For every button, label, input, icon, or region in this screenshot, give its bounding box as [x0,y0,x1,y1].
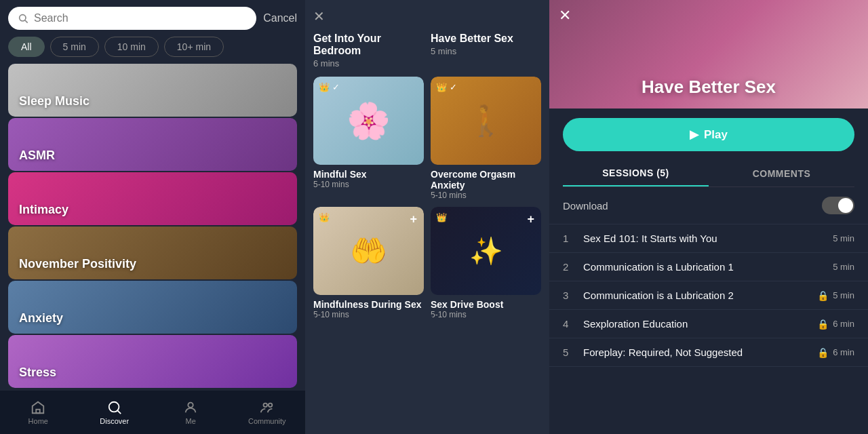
crown-icon: 👑 [319,212,330,222]
me-icon [183,400,198,415]
session-duration: 5 min [833,262,854,272]
download-label: Download [563,200,608,212]
session-card-info: Overcome Orgasm Anxiety 5-10 mins [431,165,541,200]
session-info: Sex Ed 101: It Starts with You [583,233,825,244]
plus-icon: + [410,212,417,226]
session-number: 3 [563,290,575,301]
lock-icon: 🔒 [817,319,829,330]
thumb-icons: 👑 [436,212,447,222]
category-item-asmr[interactable]: ASMR [8,118,297,171]
nav-item-me[interactable]: Me [153,400,229,425]
session-card-info: Sex Drive Boost 5-10 mins [431,295,541,319]
category-item-intimacy[interactable]: Intimacy [8,172,297,225]
session-card-info: Mindfulness During Sex 5-10 mins [313,295,424,319]
session-list: 1 Sex Ed 101: It Starts with You 5 min 2… [549,224,868,367]
play-icon: ▶ [690,127,698,142]
category-label: Stress [19,366,56,380]
nav-item-home[interactable]: Home [0,400,77,425]
session-number: 5 [563,347,575,358]
sessions-grid: 🌸 👑 ✓ Mindful Sex 5-10 mins 🚶 👑 ✓ [313,77,541,319]
bottom-nav: Home Discover Me Community [0,391,305,434]
nav-community-label: Community [248,417,286,425]
svg-point-6 [263,403,267,407]
category-item-sleep[interactable]: Sleep Music [8,64,297,117]
session-info: Communication is a Lubrication 2 [583,290,809,301]
middle-close-button[interactable]: ✕ [313,8,325,24]
session-card-duration: 5-10 mins [431,310,541,319]
session-row[interactable]: 5 Foreplay: Required, Not Suggested 🔒 6 … [549,338,868,367]
session-title: Communication is a Lubrication 2 [583,290,809,301]
session-number: 4 [563,318,575,330]
middle-panel: ✕ Get Into Your Bedroom 6 mins Have Bett… [305,0,549,434]
session-card-duration: 5-10 mins [313,180,424,189]
search-input[interactable] [34,12,247,24]
nav-item-discover[interactable]: Discover [77,400,153,425]
thumb-icons: 👑 ✓ [436,82,457,92]
crown-icon: 👑 [436,82,447,92]
cancel-button[interactable]: Cancel [263,12,297,24]
session-info: Sexploration Education [583,318,809,330]
svg-line-1 [25,20,28,23]
download-row: Download [549,187,868,224]
svg-point-5 [189,402,193,407]
svg-rect-2 [37,409,41,413]
header-card-sex[interactable]: Have Better Sex 5 mins [431,33,541,68]
filter-row: All 5 min 10 min 10+ min [0,37,305,64]
lock-icon: 🔒 [817,347,829,358]
session-duration: 6 min [833,319,854,329]
session-card-title: Sex Drive Boost [431,299,541,310]
session-duration: 5 min [833,290,854,300]
session-row[interactable]: 2 Communication is a Lubrication 1 5 min [549,253,868,281]
category-item-anxiety[interactable]: Anxiety [8,281,297,334]
svg-line-4 [117,410,121,414]
filter-5min[interactable]: 5 min [50,37,99,57]
nav-discover-label: Discover [100,417,129,425]
nav-item-community[interactable]: Community [229,400,306,425]
download-toggle[interactable] [822,197,854,214]
header-card-title: Have Better Sex [431,33,541,45]
search-input-wrapper[interactable] [8,7,256,30]
session-info: Foreplay: Required, Not Suggested [583,347,809,358]
tab-comments[interactable]: COMMENTS [709,161,854,186]
session-card-mindful-sex[interactable]: 🌸 👑 ✓ Mindful Sex 5-10 mins [313,77,424,200]
tab-sessions[interactable]: SESSIONS (5) [563,161,709,186]
session-card-orgasm-anxiety[interactable]: 🚶 👑 ✓ Overcome Orgasm Anxiety 5-10 mins [431,77,541,200]
svg-point-0 [20,15,26,21]
category-label: Anxiety [19,311,63,326]
left-panel: Cancel All 5 min 10 min 10+ min Sleep Mu… [0,0,305,434]
filter-10min[interactable]: 10 min [104,37,159,57]
discover-icon [107,400,122,415]
session-number: 1 [563,233,575,244]
session-card-sex-drive[interactable]: ✨ 👑 + Sex Drive Boost 5-10 mins [431,207,541,319]
search-bar-row: Cancel [0,0,305,37]
play-button[interactable]: ▶ Play [563,118,854,151]
session-row[interactable]: 4 Sexploration Education 🔒 6 min [549,310,868,338]
session-right: 🔒 6 min [817,319,854,330]
hero-image: ✕ Have Better Sex [549,0,868,108]
session-card-title: Mindfulness During Sex [313,299,424,310]
session-right: 5 min [833,262,854,272]
session-row[interactable]: 1 Sex Ed 101: It Starts with You 5 min [549,224,868,253]
session-row[interactable]: 3 Communication is a Lubrication 2 🔒 5 m… [549,281,868,310]
session-card-info: Mindful Sex 5-10 mins [313,165,424,189]
category-item-stress[interactable]: Stress [8,335,297,388]
filter-all[interactable]: All [8,37,45,57]
session-card-duration: 5-10 mins [431,191,541,200]
hero-title: Have Better Sex [642,77,776,98]
play-label: Play [704,128,728,142]
category-label: November Positivity [19,257,136,271]
lock-icon: 🔒 [817,290,829,301]
search-icon [18,13,28,24]
category-label: Sleep Music [19,94,90,108]
filter-10plusmin[interactable]: 10+ min [164,37,224,57]
header-card-bedroom[interactable]: Get Into Your Bedroom 6 mins [313,33,424,68]
check-icon: ✓ [450,82,457,92]
session-card-title: Mindful Sex [313,169,424,180]
thumb-icons: 👑 [319,212,330,222]
check-icon: ✓ [332,82,340,92]
right-close-button[interactable]: ✕ [559,7,571,24]
category-list: Sleep Music ASMR Intimacy November Posit… [0,64,305,391]
sessions-header-grid: Get Into Your Bedroom 6 mins Have Better… [313,33,541,68]
session-card-mindfulness-sex[interactable]: 🤲 👑 + Mindfulness During Sex 5-10 mins [313,207,424,319]
category-item-november[interactable]: November Positivity [8,226,297,279]
